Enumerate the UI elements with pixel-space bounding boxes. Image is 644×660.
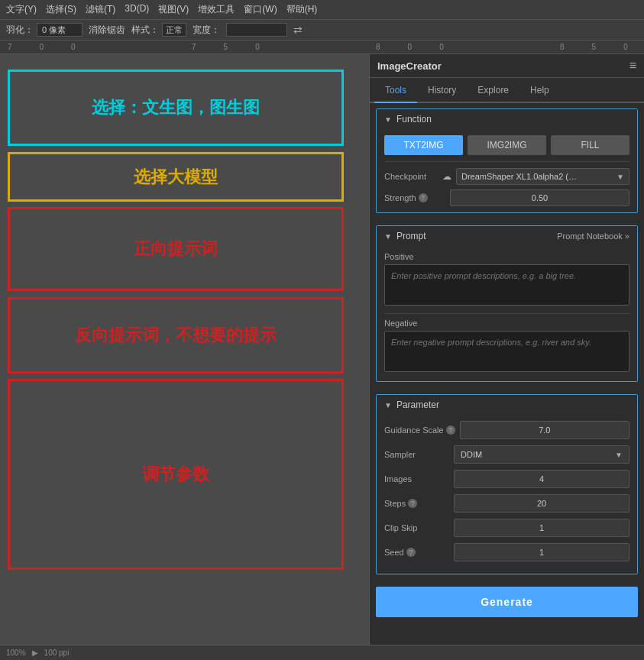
annotation-box-txt2img: 选择：文生图，图生图 (8, 70, 344, 146)
feather-label: 羽化： (6, 24, 34, 37)
guidance-info-icon: ? (446, 425, 455, 435)
smooth-label: 消除锯齿 (89, 24, 125, 37)
menu-item-view[interactable]: 视图(V) (158, 3, 189, 16)
images-row: Images (384, 470, 629, 488)
seed-input[interactable] (454, 543, 629, 561)
seed-label: Seed ? (384, 548, 449, 557)
ruler-ticks: 700 750 800 850 900 950 1000 1050 110 (8, 43, 644, 51)
width-label: 宽度： (193, 24, 220, 37)
steps-info-icon: ? (408, 499, 417, 508)
negative-prompt-input[interactable] (384, 331, 629, 372)
style-label: 样式： (131, 24, 159, 37)
style-control: 样式： 正常 (131, 23, 186, 37)
seed-row: Seed ? (384, 543, 629, 561)
prompt-section-title: Prompt (396, 231, 426, 241)
annotation-label-model: 选择大模型 (134, 166, 218, 189)
tab-explore[interactable]: Explore (467, 79, 519, 102)
menu-item-3d[interactable]: 3D(D) (125, 3, 149, 16)
seed-info-icon: ? (406, 548, 416, 557)
sampler-value: DDIM (461, 450, 482, 459)
function-section-header[interactable]: ▼ Function (377, 109, 637, 129)
annotation-label-negative: 反向提示词，不想要的提示 (75, 324, 277, 347)
status-ppi: 100 ppi (44, 649, 70, 657)
menu-bar: 文字(Y) 选择(S) 滤镜(T) 3D(D) 视图(V) 增效工具 窗口(W)… (0, 0, 644, 20)
sampler-chevron-icon: ▼ (615, 451, 623, 459)
tab-history[interactable]: History (417, 79, 467, 102)
prompt-section: ▼ Prompt Prompt Notebook » Positive Nega… (376, 225, 638, 382)
annotation-label-positive: 正向提示词 (134, 238, 218, 260)
strength-input[interactable] (450, 189, 629, 206)
annotation-box-model: 选择大模型 (8, 152, 344, 202)
clip-skip-input[interactable] (454, 519, 629, 537)
status-separator: ▶ (32, 649, 38, 657)
images-input[interactable] (454, 470, 629, 488)
sampler-label: Sampler (384, 450, 449, 459)
ruler: 700 750 800 850 900 950 1000 1050 110 (0, 40, 644, 54)
tab-tools[interactable]: Tools (374, 79, 417, 102)
main-area: 选择：文生图，图生图 选择大模型 正向提示词 反向提示词，不想要的提示 调节参数… (0, 54, 644, 645)
parameter-section-body: Guidance Scale ? Sampler DDIM ▼ Images (377, 415, 637, 574)
right-panel: ImageCreator ≡ Tools History Explore Hel… (369, 54, 644, 645)
panel-title: ImageCreator (377, 60, 442, 72)
function-chevron-icon: ▼ (384, 115, 392, 124)
parameter-chevron-icon: ▼ (384, 401, 392, 409)
positive-label: Positive (384, 252, 629, 261)
steps-input[interactable] (454, 494, 629, 513)
annotation-box-params: 调节参数 (8, 379, 344, 570)
feather-input[interactable] (37, 23, 83, 37)
menu-item-help[interactable]: 帮助(H) (286, 3, 318, 16)
img2img-button[interactable]: IMG2IMG (468, 135, 546, 155)
menu-item-window[interactable]: 窗口(W) (244, 3, 277, 16)
checkpoint-cloud-icon: ☁ (442, 171, 451, 182)
positive-prompt-input[interactable] (384, 264, 629, 306)
toolbar: 羽化： 消除锯齿 样式： 正常 宽度： ⇄ (0, 20, 644, 40)
strength-label: Strength ? (384, 193, 445, 202)
tab-help[interactable]: Help (519, 79, 560, 102)
panel-header: ImageCreator ≡ (370, 54, 644, 78)
function-section-body: TXT2IMG IMG2IMG FILL Checkpoint ☁ DreamS… (377, 129, 637, 212)
parameter-section-title: Parameter (396, 400, 439, 410)
clip-skip-row: Clip Skip (384, 519, 629, 537)
checkpoint-label: Checkpoint (384, 172, 438, 181)
swap-icon[interactable]: ⇄ (293, 24, 303, 36)
function-section: ▼ Function TXT2IMG IMG2IMG FILL Checkpoi… (376, 108, 638, 213)
status-zoom: 100% (6, 649, 26, 657)
clip-skip-label: Clip Skip (384, 523, 449, 532)
txt2img-button[interactable]: TXT2IMG (384, 135, 463, 155)
annotation-label-params: 调节参数 (142, 463, 209, 486)
style-select[interactable]: 正常 (162, 23, 186, 37)
width-input[interactable] (226, 23, 287, 37)
negative-label: Negative (384, 313, 629, 328)
status-bar: 100% ▶ 100 ppi (0, 645, 644, 660)
parameter-section-header[interactable]: ▼ Parameter (377, 395, 637, 415)
guidance-scale-row: Guidance Scale ? (384, 421, 629, 439)
menu-item-text[interactable]: 文字(Y) (6, 3, 37, 16)
checkpoint-row: Checkpoint ☁ DreamShaper XL1.0alpha2 (xl… (384, 161, 629, 185)
guidance-scale-input[interactable] (460, 421, 629, 439)
sampler-row: Sampler DDIM ▼ (384, 445, 629, 464)
checkpoint-value: DreamShaper XL1.0alpha2 (xl.... (461, 172, 580, 181)
prompt-section-header[interactable]: ▼ Prompt Prompt Notebook » (377, 226, 637, 246)
canvas-area: 选择：文生图，图生图 选择大模型 正向提示词 反向提示词，不想要的提示 调节参数 (0, 54, 369, 645)
parameter-section: ▼ Parameter Guidance Scale ? Sampler DDI… (376, 394, 638, 574)
annotation-box-negative: 反向提示词，不想要的提示 (8, 297, 344, 374)
steps-row: Steps ? (384, 494, 629, 513)
menu-item-select[interactable]: 选择(S) (46, 3, 76, 16)
chevron-down-icon: ▼ (616, 173, 624, 181)
menu-item-filter[interactable]: 滤镜(T) (86, 3, 115, 16)
strength-info-icon: ? (419, 193, 428, 202)
panel-menu-icon[interactable]: ≡ (629, 59, 636, 73)
prompt-chevron-icon: ▼ (384, 232, 392, 241)
checkpoint-select[interactable]: DreamShaper XL1.0alpha2 (xl.... ▼ (456, 168, 629, 185)
fill-button[interactable]: FILL (551, 135, 629, 155)
annotation-box-positive: 正向提示词 (8, 207, 344, 291)
generate-button[interactable]: Generate (376, 587, 638, 617)
function-section-title: Function (396, 114, 432, 125)
prompt-notebook-link[interactable]: Prompt Notebook » (557, 231, 629, 241)
menu-item-plugins[interactable]: 增效工具 (198, 3, 235, 16)
steps-label: Steps ? (384, 499, 449, 508)
strength-row: Strength ? (384, 189, 629, 206)
guidance-scale-label: Guidance Scale ? (384, 425, 455, 435)
sampler-select[interactable]: DDIM ▼ (454, 445, 629, 464)
annotation-label-txt2img: 选择：文生图，图生图 (92, 96, 260, 119)
